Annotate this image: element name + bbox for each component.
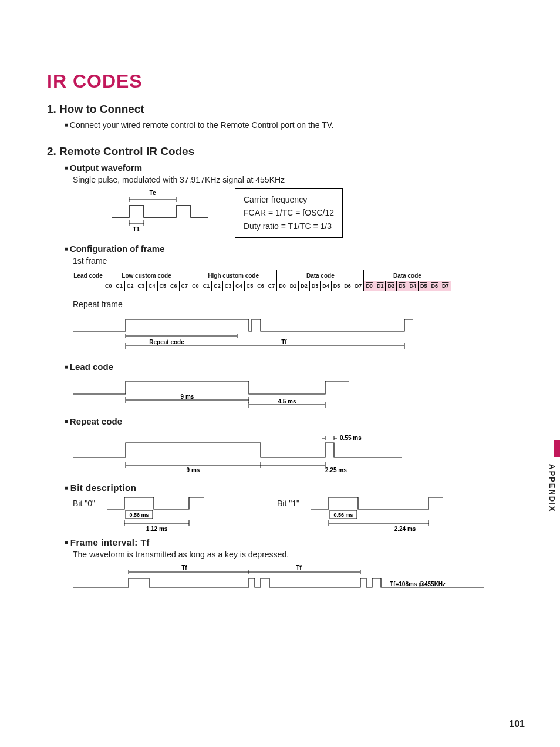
section-1-heading: 1. How to Connect <box>47 103 513 116</box>
side-tab: APPENDIX <box>542 458 560 540</box>
repeat-frame-svg: Repeat code Tf <box>73 314 484 355</box>
hdr-d2: Data code <box>364 270 451 281</box>
bit1-block: Bit "1" 0.56 ms 2.24 ms <box>277 493 446 534</box>
output-waveform-svg: Tc T1 <box>94 188 211 235</box>
bit-desc-label: Bit description <box>65 483 513 493</box>
frame-interval-diagram: Tf Tf Tf=108ms @455KHz <box>73 564 513 596</box>
section-1-body: Connect your wired remote control to the… <box>65 120 513 130</box>
repeat-frame-diagram: Repeat code Tf <box>73 314 513 355</box>
output-waveform-desc: Single pulse, modulated with 37.917KHz s… <box>73 175 513 184</box>
bit1-pulse: 0.56 ms <box>333 512 353 518</box>
bit1-label: Bit "1" <box>277 499 299 508</box>
frame-interval-desc: The waveform is transmitted as long as a… <box>73 550 513 559</box>
config-frame-label: Configuration of frame <box>65 244 513 254</box>
hdr-high: High custom code <box>190 270 277 281</box>
carrier-box: Carrier frequency FCAR = 1/TC = fOSC/12 … <box>235 188 343 238</box>
tc-label: Tc <box>150 190 156 196</box>
repeat-code-diagram: 0.55 ms 9 ms 2.25 ms <box>73 431 513 478</box>
repeat-9ms: 9 ms <box>187 467 200 473</box>
fi-tf1: Tf <box>181 564 187 571</box>
section-2-heading: 2. Remote Control IR Codes <box>47 145 513 158</box>
frame-interval-svg: Tf Tf Tf=108ms @455KHz <box>73 564 495 596</box>
side-tab-text: APPENDIX <box>548 464 556 512</box>
hdr-d1: Data code <box>277 270 364 281</box>
side-tab-bar <box>554 440 560 457</box>
lead-code-diagram: 9 ms 4.5 ms <box>73 376 513 412</box>
fi-note: Tf=108ms @455KHz <box>390 581 446 587</box>
frame-bits-table: Lead code Low custom code High custom co… <box>73 270 451 291</box>
output-waveform-label: Output waveform <box>65 163 513 173</box>
fi-tf2: Tf <box>296 564 302 571</box>
bit0-total: 1.12 ms <box>146 526 168 532</box>
carrier-line3: Duty ratio = T1/TC = 1/3 <box>244 220 334 233</box>
first-frame-diagram: Lead code Low custom code High custom co… <box>73 270 513 291</box>
bit1-svg: 0.56 ms 2.24 ms <box>305 493 446 534</box>
first-frame-label: 1st frame <box>73 256 513 265</box>
repeat-code-text: Repeat code <box>149 339 184 345</box>
page-number: 101 <box>509 719 525 729</box>
carrier-line1: Carrier frequency <box>244 193 334 206</box>
output-waveform-diagram: Tc T1 Carrier frequency FCAR = 1/TC = fO… <box>94 188 513 238</box>
bit0-label: Bit "0" <box>73 499 95 508</box>
repeat-code-svg: 0.55 ms 9 ms 2.25 ms <box>73 431 425 478</box>
frame-interval-label: Frame interval: Tf <box>65 537 513 547</box>
lead-9ms: 9 ms <box>181 393 194 400</box>
hdr-low: Low custom code <box>103 270 190 281</box>
carrier-line2: FCAR = 1/TC = fOSC/12 <box>244 206 334 219</box>
page-title: IR CODES <box>47 70 513 92</box>
hdr-lead: Lead code <box>73 270 103 281</box>
repeat-055ms: 0.55 ms <box>340 435 362 441</box>
lead-code-label: Lead code <box>65 362 513 372</box>
bit0-block: Bit "0" 0.56 ms 1.12 ms <box>73 493 207 534</box>
lead-cell <box>73 281 103 291</box>
bit-desc-diagram: Bit "0" 0.56 ms 1.12 ms Bit "1" 0.56 ms <box>73 493 513 534</box>
page-content: IR CODES 1. How to Connect Connect your … <box>0 0 560 624</box>
bit0-svg: 0.56 ms 1.12 ms <box>101 493 207 534</box>
repeat-frame-label: Repeat frame <box>73 300 513 309</box>
tf-text: Tf <box>281 339 287 345</box>
lead-code-svg: 9 ms 4.5 ms <box>73 376 378 412</box>
t1-label: T1 <box>133 226 140 233</box>
bit1-total: 2.24 ms <box>394 526 416 532</box>
repeat-225ms: 2.25 ms <box>325 467 347 473</box>
lead-45ms: 4.5 ms <box>278 398 296 405</box>
bit0-pulse: 0.56 ms <box>129 512 149 518</box>
repeat-code-label: Repeat code <box>65 416 513 426</box>
